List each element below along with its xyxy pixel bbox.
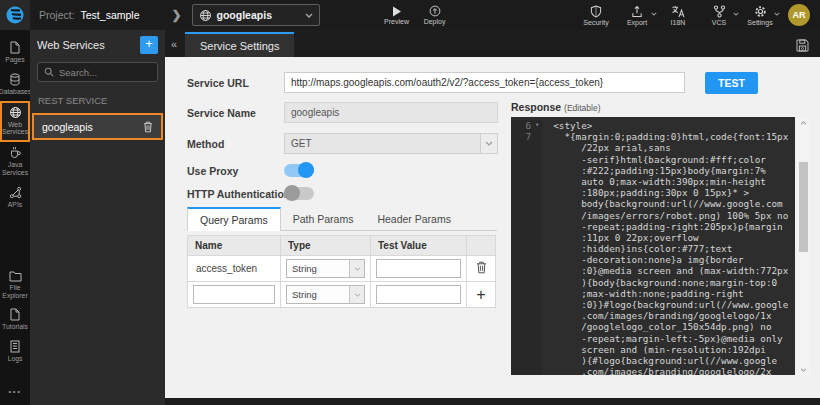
sidebar-item-apis[interactable]: APIs: [0, 182, 30, 214]
tab-path-params[interactable]: Path Params: [281, 207, 366, 230]
play-icon: [392, 6, 402, 17]
add-service-button[interactable]: +: [140, 36, 158, 54]
method-label: Method: [187, 138, 224, 150]
use-proxy-label: Use Proxy: [187, 165, 238, 177]
use-proxy-toggle[interactable]: [284, 164, 314, 177]
code-line: -decoration:none}a img{border: [511, 254, 795, 265]
user-avatar[interactable]: AR: [788, 4, 810, 26]
rest-service-section-label: REST SERVICE: [38, 95, 157, 106]
web-services-panel: Web Services + REST SERVICE googleapis: [30, 30, 165, 405]
chevron-down-icon: [774, 12, 780, 16]
code-line: -repeat;margin-left:-5px}@media only: [511, 333, 795, 344]
new-param-name-input[interactable]: [193, 285, 275, 304]
column-header-name: Name: [188, 236, 281, 256]
scroll-up-icon[interactable]: [797, 117, 810, 128]
fold-arrow-icon: [532, 243, 542, 254]
tab-header-params[interactable]: Header Params: [365, 207, 463, 230]
service-selector-dropdown[interactable]: googleapis: [192, 4, 320, 26]
service-selector-value: googleapis: [217, 9, 272, 21]
fold-arrow-icon: [532, 333, 542, 344]
code-line: ){#logo{background:url(//www.google: [511, 355, 795, 366]
security-label: Security: [583, 19, 608, 26]
test-button[interactable]: TEST: [705, 72, 758, 94]
fold-arrow-icon: [532, 176, 542, 187]
fold-arrow-icon: [532, 321, 542, 332]
wavemaker-logo-icon: [5, 5, 25, 25]
code-line: screen and (min-resolution:192dpi: [511, 344, 795, 355]
preview-label: Preview: [384, 18, 409, 25]
fold-arrow-icon: [532, 221, 542, 232]
breadcrumb-chevron-icon: ❯: [171, 8, 181, 22]
pages-icon: [9, 41, 21, 54]
settings-button[interactable]: Settings: [747, 5, 773, 26]
project-label: Project:: [39, 9, 75, 21]
save-icon[interactable]: [796, 39, 809, 52]
param-type-select[interactable]: String: [286, 259, 365, 278]
scroll-down-icon[interactable]: [797, 364, 810, 375]
http-authentication-label: HTTP Authentication: [187, 188, 290, 200]
response-scrollbar[interactable]: [797, 117, 810, 375]
tab-bar: « Service Settings: [165, 30, 820, 57]
code-line: :0}}#logo{background:url(//www.google: [511, 299, 795, 310]
vcs-button[interactable]: VCS: [706, 5, 732, 26]
response-label: Response (Editable): [511, 101, 601, 113]
databases-icon: [9, 73, 21, 86]
left-nav-rail: Pages Databases Web Serv: [0, 30, 30, 405]
http-authentication-toggle[interactable]: [284, 187, 314, 200]
column-header-test-value: Test Value: [371, 236, 467, 256]
sidebar-item-pages[interactable]: Pages: [0, 37, 30, 69]
gear-icon: [754, 5, 767, 18]
apis-icon: [9, 186, 22, 199]
globe-icon: [199, 9, 212, 22]
service-search[interactable]: [37, 62, 158, 82]
i18n-button[interactable]: I18N: [665, 5, 691, 26]
fold-arrow-icon: [532, 142, 542, 153]
new-param-type-select[interactable]: String: [286, 285, 365, 304]
fold-arrow-icon: [532, 299, 542, 310]
deploy-button[interactable]: Deploy: [422, 5, 448, 25]
add-param-icon[interactable]: +: [476, 286, 485, 303]
export-button[interactable]: Export: [624, 5, 650, 26]
fold-arrow-icon: [532, 154, 542, 165]
code-line: :180px;padding:30px 0 15px}* >: [511, 187, 795, 198]
service-item-googleapis[interactable]: googleapis: [34, 115, 161, 138]
code-line: ;max-width:none;padding-right: [511, 288, 795, 299]
more-options-icon[interactable]: •••: [9, 387, 22, 396]
code-line: :hidden}ins{color:#777;text: [511, 243, 795, 254]
column-header-actions: [467, 236, 496, 256]
code-line: /images/errors/robot.png) 100% 5px no: [511, 210, 795, 221]
sidebar-item-file-explorer[interactable]: File Explorer: [0, 266, 30, 305]
chevron-down-icon: [349, 260, 364, 277]
security-button[interactable]: Security: [583, 5, 609, 26]
deploy-label: Deploy: [424, 18, 446, 25]
fold-arrow-icon: [532, 366, 542, 375]
topbar: Project: Test_sample ❯ googleapis Previe…: [0, 0, 820, 30]
app-logo[interactable]: [0, 0, 30, 30]
delete-service-icon[interactable]: [143, 121, 153, 133]
app-window: Project: Test_sample ❯ googleapis Previe…: [0, 0, 820, 405]
service-name-label: Service Name: [187, 107, 256, 119]
response-code-editor[interactable]: 6 ▾ <style> 7 *{margin:0;padding:0}html,…: [511, 117, 795, 375]
fold-arrow-icon: [532, 254, 542, 265]
service-name-input: [284, 102, 498, 123]
tab-query-params[interactable]: Query Params: [187, 207, 281, 231]
test-value-input[interactable]: [376, 259, 461, 278]
sidebar-item-logs[interactable]: Logs: [0, 336, 30, 368]
search-input[interactable]: [59, 67, 151, 78]
sidebar-item-java-services[interactable]: Java Services: [0, 142, 30, 182]
delete-param-icon[interactable]: [476, 265, 487, 276]
panel-title: Web Services: [37, 39, 105, 51]
new-test-value-input[interactable]: [376, 285, 461, 304]
collapse-panel-button[interactable]: «: [166, 35, 182, 53]
vcs-label: VCS: [712, 19, 726, 26]
sidebar-item-databases[interactable]: Databases: [0, 69, 30, 101]
code-line: :#222;padding:15px}body{margin:7%: [511, 165, 795, 176]
service-settings-content: Service URL TEST Service Name Method GET…: [165, 57, 820, 398]
preview-button[interactable]: Preview: [384, 5, 410, 25]
tab-service-settings[interactable]: Service Settings: [185, 32, 294, 57]
sidebar-item-web-services[interactable]: Web Services: [0, 101, 30, 143]
service-url-input[interactable]: [284, 72, 685, 93]
sidebar-item-tutorials[interactable]: Tutorials: [0, 304, 30, 336]
scrollbar-thumb[interactable]: [799, 162, 808, 252]
column-header-type: Type: [281, 236, 371, 256]
